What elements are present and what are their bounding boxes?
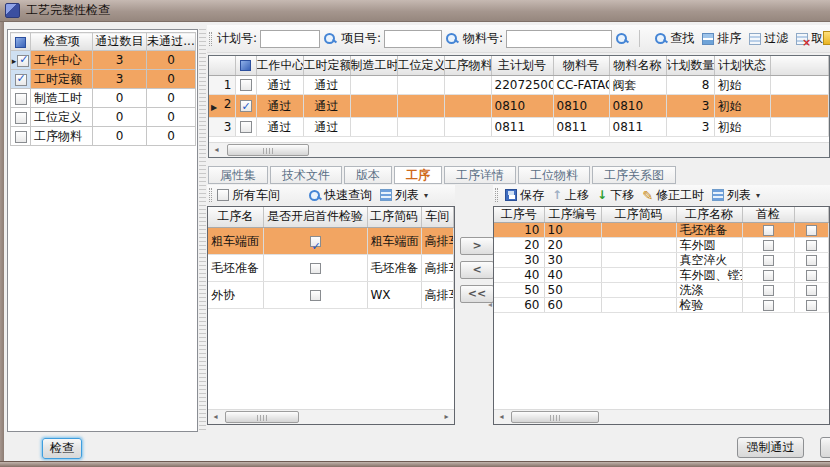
- extra-checkbox[interactable]: [806, 255, 817, 266]
- check-row[interactable]: 制造工时00: [11, 89, 196, 108]
- toolbar-grip[interactable]: [209, 32, 212, 46]
- transfer-right-button[interactable]: >: [460, 237, 494, 255]
- extra-checkbox[interactable]: [806, 225, 817, 236]
- first-inspect-cell[interactable]: [742, 297, 794, 312]
- plan-row-selector[interactable]: [235, 94, 256, 117]
- col-header-failed-count[interactable]: 未通过...: [147, 33, 196, 51]
- first-check-cell[interactable]: [263, 227, 367, 254]
- check-row[interactable]: 工位定义00: [11, 108, 196, 127]
- first-inspect-checkbox[interactable]: [763, 285, 774, 296]
- selected-col-header[interactable]: 工序简码: [601, 207, 676, 222]
- save-button[interactable]: 保存: [505, 187, 544, 204]
- filter-button[interactable]: 过滤: [749, 30, 788, 47]
- tab-技术文件[interactable]: 技术文件: [270, 166, 342, 184]
- first-inspect-cell[interactable]: [742, 282, 794, 297]
- plan-row[interactable]: 1通过通过2207250002CC-FATAO阀套8初始: [209, 75, 829, 94]
- available-process-row[interactable]: 毛坯准备毛坯准备高排车间: [208, 254, 454, 281]
- selected-col-header[interactable]: 工序号: [494, 207, 544, 222]
- extra-check-cell[interactable]: [794, 237, 829, 252]
- available-h-scrollbar[interactable]: ◂ ▸: [208, 409, 454, 424]
- plan-col-header[interactable]: 工序物料: [444, 56, 491, 75]
- selected-process-row[interactable]: 6060检验: [494, 297, 829, 312]
- partial-button[interactable]: [820, 437, 830, 458]
- select-all-icon[interactable]: [15, 37, 26, 48]
- extra-check-cell[interactable]: [794, 282, 829, 297]
- check-row-checkbox[interactable]: [15, 74, 27, 86]
- scrollbar-thumb[interactable]: [227, 144, 309, 156]
- first-inspect-checkbox[interactable]: [763, 225, 774, 236]
- col-header-check-item[interactable]: 检查项: [31, 33, 93, 51]
- check-row-checkbox[interactable]: [17, 55, 29, 67]
- row-selector-cell[interactable]: [11, 108, 31, 127]
- available-col-header[interactable]: 工序简码: [367, 207, 421, 227]
- extra-checkbox[interactable]: [806, 240, 817, 251]
- first-check-checkbox[interactable]: [310, 290, 321, 301]
- transfer-left-button[interactable]: <: [460, 261, 494, 279]
- tab-工序详情[interactable]: 工序详情: [444, 166, 516, 184]
- select-all-header[interactable]: [235, 56, 256, 75]
- selected-process-row[interactable]: 2020车外圆: [494, 237, 829, 252]
- selected-process-row[interactable]: 3030真空淬火: [494, 252, 829, 267]
- check-row-checkbox[interactable]: [15, 112, 27, 124]
- plan-col-header[interactable]: 工时定额: [303, 56, 350, 75]
- plan-no-input[interactable]: [260, 30, 320, 48]
- splitter-collapse-icon[interactable]: ◂: [488, 300, 492, 309]
- plan-row-selector[interactable]: [235, 75, 256, 94]
- col-header-passed-count[interactable]: 通过数目: [93, 33, 147, 51]
- plan-row[interactable]: ▶2通过通过0810081008103初始: [209, 94, 829, 117]
- tab-工序关系图[interactable]: 工序关系图: [592, 166, 676, 184]
- first-inspect-cell[interactable]: [742, 267, 794, 282]
- selected-process-row[interactable]: 4040车外圆、镗孔: [494, 267, 829, 282]
- scroll-left-icon[interactable]: ◂: [208, 410, 223, 424]
- available-col-header[interactable]: 工序名: [208, 207, 263, 227]
- selected-process-row[interactable]: 1010毛坯准备: [494, 222, 829, 237]
- row-selector-cell[interactable]: [11, 70, 31, 89]
- plan-col-header[interactable]: 工位定义: [397, 56, 444, 75]
- check-row[interactable]: ▸工作中心30: [11, 51, 196, 70]
- extra-check-cell[interactable]: [794, 222, 829, 237]
- selected-process-row[interactable]: 5050洗涤: [494, 282, 829, 297]
- check-row[interactable]: 工时定额30: [11, 70, 196, 89]
- selected-col-header[interactable]: 首检: [742, 207, 794, 222]
- plan-row[interactable]: 3通过通过0811081108113初始: [209, 117, 829, 136]
- extra-checkbox[interactable]: [806, 285, 817, 296]
- selected-col-header[interactable]: 工序名称: [676, 207, 742, 222]
- selected-col-header[interactable]: [794, 207, 829, 222]
- scroll-left-icon[interactable]: ◂: [494, 410, 509, 424]
- scroll-right-icon[interactable]: ▸: [439, 410, 454, 424]
- move-down-button[interactable]: ↓下移: [597, 187, 634, 204]
- fix-hours-button[interactable]: ✎修正工时: [642, 187, 704, 204]
- plan-col-header[interactable]: 主计划号: [491, 56, 553, 75]
- plan-col-header[interactable]: 制造工时: [350, 56, 397, 75]
- first-check-cell[interactable]: [263, 281, 367, 308]
- first-inspect-checkbox[interactable]: [763, 240, 774, 251]
- selected-col-header[interactable]: 工序编号: [544, 207, 601, 222]
- select-all-header[interactable]: [11, 33, 31, 51]
- row-selector-cell[interactable]: [11, 89, 31, 108]
- check-button[interactable]: 检查: [42, 438, 82, 459]
- find-button[interactable]: 查找: [654, 30, 694, 47]
- force-pass-button[interactable]: 强制通过: [737, 437, 804, 458]
- plan-col-header[interactable]: 工作中心: [256, 56, 303, 75]
- material-no-input[interactable]: [506, 30, 612, 48]
- available-col-header[interactable]: 是否开启首件检验: [263, 207, 367, 227]
- sort-button[interactable]: 排序: [702, 30, 741, 47]
- scrollbar-thumb[interactable]: [511, 411, 599, 423]
- scrollbar-thumb[interactable]: [225, 411, 299, 423]
- tab-工位物料[interactable]: 工位物料: [518, 166, 590, 184]
- first-check-cell[interactable]: [263, 254, 367, 281]
- available-col-header[interactable]: 车间: [421, 207, 454, 227]
- plan-col-header[interactable]: 计划数量: [666, 56, 714, 75]
- first-inspect-cell[interactable]: [742, 252, 794, 267]
- extra-check-cell[interactable]: [794, 297, 829, 312]
- available-process-row[interactable]: 外协WX高排车间: [208, 281, 454, 308]
- toolbar-grip[interactable]: [209, 188, 212, 202]
- project-no-input[interactable]: [384, 30, 442, 48]
- first-inspect-checkbox[interactable]: [763, 255, 774, 266]
- extra-checkbox[interactable]: [806, 270, 817, 281]
- check-row[interactable]: 工序物料00: [11, 127, 196, 146]
- plan-row-selector[interactable]: [235, 117, 256, 136]
- plan-col-header[interactable]: 物料名称: [609, 56, 666, 75]
- first-check-checkbox[interactable]: [310, 236, 321, 247]
- tab-版本[interactable]: 版本: [344, 166, 392, 184]
